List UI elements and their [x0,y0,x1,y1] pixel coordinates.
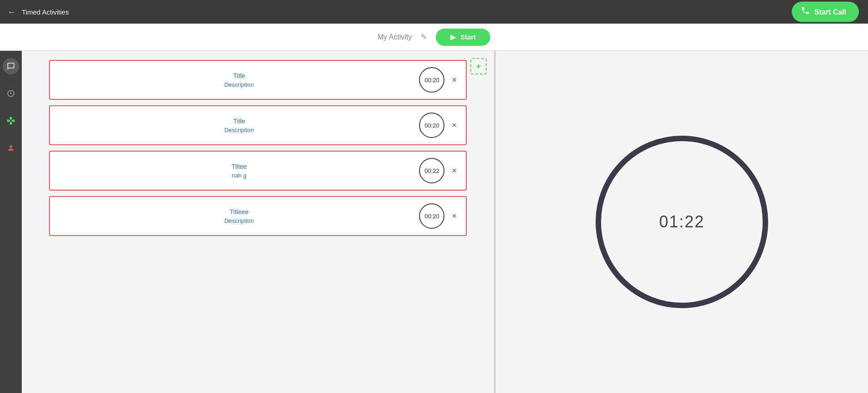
big-timer-circle: 01:22 [596,136,768,308]
card-close-1[interactable]: × [452,121,457,130]
sidebar-game-icon[interactable] [3,113,19,129]
play-icon: ▶ [450,33,456,41]
card-timer-3: 00:20 [419,203,444,229]
activity-card: Title Description 00:20 × [49,105,467,145]
activity-card: Title Description 00:20 × [49,60,467,100]
start-button[interactable]: ▶ Start [436,29,490,46]
card-timer-1: 00:20 [419,113,444,138]
card-text-2: Tiltee nah g [59,163,419,179]
card-title-0: Title [59,72,419,79]
add-activity-button[interactable]: + [470,58,487,74]
card-timer-2: 00:22 [419,158,444,183]
back-button[interactable]: ← [7,7,16,17]
sidebar-clock-icon[interactable] [3,85,19,102]
card-desc-2: nah g [59,172,419,179]
activity-card: Tiltee nah g 00:22 × [49,151,467,191]
sidebar [0,51,22,393]
phone-icon [801,6,810,18]
add-icon[interactable]: + [470,58,487,74]
card-text-0: Title Description [59,72,419,88]
topbar: ← Timed Activities Start Call [0,0,868,24]
card-close-2[interactable]: × [452,166,457,176]
card-timer-0: 00:20 [419,67,444,93]
topbar-title: Timed Activities [22,8,69,16]
card-text-1: Title Description [59,118,419,133]
sidebar-chat-icon[interactable] [3,58,19,74]
start-call-button[interactable]: Start Call [792,2,859,22]
timer-panel: 01:22 [496,51,868,393]
card-close-3[interactable]: × [452,211,457,221]
activities-panel: + Title Description 00:20 × Title Descri… [22,51,494,393]
main-content: + Title Description 00:20 × Title Descri… [0,51,868,393]
activity-card: Titleee Description 00:20 × [49,196,467,236]
subheader: My Activity ✎ ▶ Start [0,24,868,51]
card-title-3: Titleee [59,208,419,216]
activity-name: My Activity [378,33,412,41]
card-close-0[interactable]: × [452,75,457,85]
edit-icon[interactable]: ✎ [421,33,427,41]
card-desc-3: Description [59,217,419,224]
card-desc-0: Description [59,81,419,88]
card-desc-1: Description [59,127,419,133]
card-title-2: Tiltee [59,163,419,170]
sidebar-user-icon[interactable] [3,140,19,156]
start-label: Start [460,33,476,41]
big-timer-display: 01:22 [659,212,705,231]
card-title-1: Title [59,118,419,125]
start-call-label: Start Call [814,8,846,16]
card-text-3: Titleee Description [59,208,419,224]
